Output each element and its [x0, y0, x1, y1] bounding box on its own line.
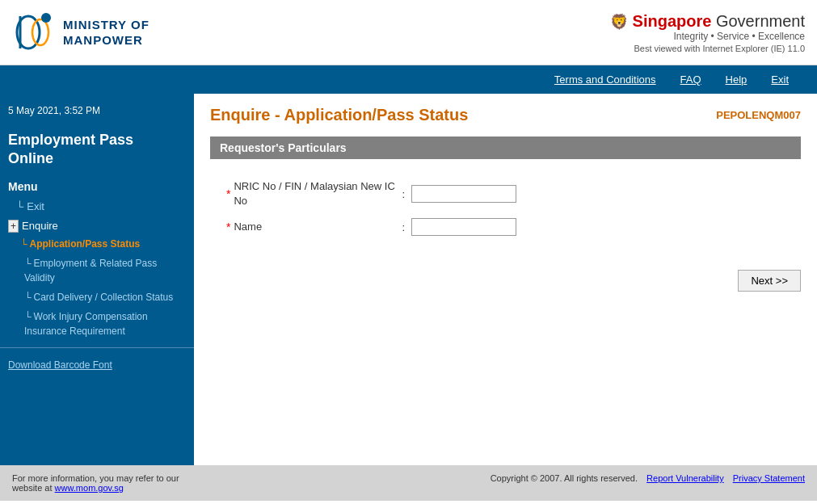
- sidebar-item-work-injury[interactable]: └Work Injury Compensation Insurance Requ…: [0, 307, 194, 341]
- gov-brand-title: 🦁 Singapore Government: [610, 12, 805, 31]
- name-field[interactable]: [411, 218, 516, 236]
- footer-right: Copyright © 2007. All rights reserved. R…: [194, 465, 817, 501]
- footer-copyright: Copyright © 2007. All rights reserved.: [491, 473, 638, 483]
- sidebar-datetime: 5 May 2021, 3:52 PM: [0, 100, 194, 124]
- mom-logo-icon: [12, 8, 57, 57]
- name-row: * Name :: [226, 218, 785, 236]
- sidebar: 5 May 2021, 3:52 PM Employment Pass Onli…: [0, 94, 194, 465]
- help-link[interactable]: Help: [714, 65, 760, 94]
- gov-brand: 🦁 Singapore Government Integrity • Servi…: [610, 12, 805, 53]
- nric-colon: :: [402, 188, 405, 200]
- header: MINISTRY OF MANPOWER 🦁 Singapore Governm…: [0, 0, 817, 65]
- main-layout: 5 May 2021, 3:52 PM Employment Pass Onli…: [0, 94, 817, 465]
- form-area: * NRIC No / FIN / Malaysian New IC No : …: [210, 171, 801, 254]
- nric-label: NRIC No / FIN / Malaysian New IC No: [234, 179, 395, 208]
- sidebar-item-application-pass-status[interactable]: └Application/Pass Status: [0, 235, 194, 254]
- nric-required-star: *: [226, 187, 230, 200]
- sidebar-divider: [0, 347, 194, 348]
- footer-left: For more information, you may refer to o…: [0, 465, 194, 501]
- sidebar-app-title: Employment Pass Online: [0, 124, 194, 175]
- footer: For more information, you may refer to o…: [0, 465, 817, 501]
- logo-area: MINISTRY OF MANPOWER: [12, 8, 150, 57]
- nric-row: * NRIC No / FIN / Malaysian New IC No :: [226, 179, 785, 208]
- org-name: MINISTRY OF MANPOWER: [63, 17, 150, 48]
- sidebar-menu-label: Menu: [0, 175, 194, 198]
- page-code: PEPOLENQM007: [716, 109, 801, 121]
- svg-point-2: [41, 13, 51, 23]
- page-title-row: Enquire - Application/Pass Status PEPOLE…: [210, 106, 801, 124]
- sidebar-enquire-section[interactable]: + Enquire: [0, 215, 194, 235]
- button-row: Next >>: [210, 270, 801, 292]
- section-header: Requestor's Particulars: [210, 136, 801, 159]
- gov-tagline: Integrity • Service • Excellence: [610, 31, 805, 42]
- name-label: Name: [234, 220, 395, 234]
- footer-mom-link[interactable]: www.mom.gov.sg: [55, 483, 124, 493]
- faq-link[interactable]: FAQ: [668, 65, 714, 94]
- name-required-star: *: [226, 220, 230, 233]
- terms-link[interactable]: Terms and Conditions: [542, 65, 668, 94]
- sidebar-item-employment-pass-validity[interactable]: └Employment & Related Pass Validity: [0, 254, 194, 288]
- sidebar-item-card-delivery[interactable]: └Card Delivery / Collection Status: [0, 288, 194, 307]
- navbar: Terms and Conditions FAQ Help Exit: [0, 65, 817, 94]
- sidebar-download-barcode[interactable]: Download Barcode Font: [0, 355, 194, 373]
- next-button[interactable]: Next >>: [738, 270, 801, 292]
- best-viewed-text: Best viewed with Internet Explorer (IE) …: [610, 44, 805, 53]
- footer-privacy-statement[interactable]: Privacy Statement: [733, 473, 805, 483]
- name-colon: :: [402, 221, 405, 233]
- footer-report-vulnerability[interactable]: Report Vulnerability: [646, 473, 724, 483]
- enquire-expand-icon: +: [8, 220, 19, 233]
- nric-fin-field[interactable]: [411, 185, 516, 203]
- content-area: Enquire - Application/Pass Status PEPOLE…: [194, 94, 817, 465]
- exit-nav-link[interactable]: Exit: [759, 65, 801, 94]
- sidebar-exit-link[interactable]: └Exit: [0, 198, 194, 215]
- page-title: Enquire - Application/Pass Status: [210, 106, 468, 124]
